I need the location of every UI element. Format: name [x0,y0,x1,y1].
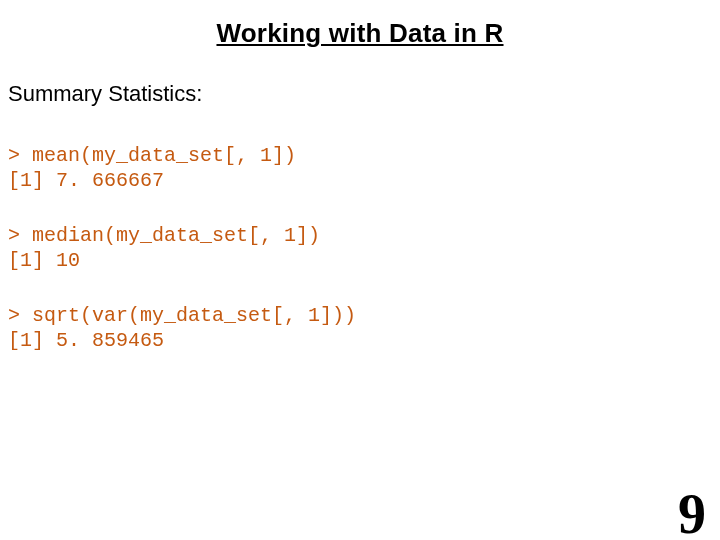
prompt: > [8,144,20,167]
code-block-median: > median(my_data_set[, 1]) [1] 10 [0,193,720,273]
section-heading: Summary Statistics: [0,59,720,113]
command-text: sqrt(var(my_data_set[, 1])) [32,304,356,327]
command-text: mean(my_data_set[, 1]) [32,144,296,167]
prompt: > [8,224,20,247]
page-number: 9 [678,482,706,540]
command-text: median(my_data_set[, 1]) [32,224,320,247]
code-block-mean: > mean(my_data_set[, 1]) [1] 7. 666667 [0,113,720,193]
output-text: [1] 5. 859465 [8,328,720,353]
prompt: > [8,304,20,327]
code-block-sqrt-var: > sqrt(var(my_data_set[, 1])) [1] 5. 859… [0,273,720,353]
output-text: [1] 7. 666667 [8,168,720,193]
output-text: [1] 10 [8,248,720,273]
slide-title: Working with Data in R [0,0,720,59]
